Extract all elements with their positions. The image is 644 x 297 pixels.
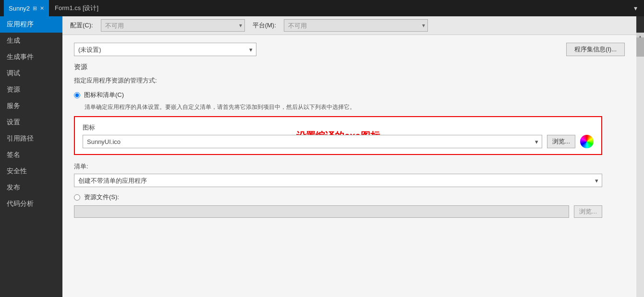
manifest-select-wrapper: 创建不带清单的应用程序 bbox=[74, 174, 602, 187]
scroll-thumb[interactable] bbox=[636, 37, 644, 57]
scrollbar-track: ▲ ▼ bbox=[636, 33, 644, 297]
doc-tab-label: Form1.cs [设计] bbox=[55, 4, 98, 12]
doc-tab[interactable]: Form1.cs [设计] bbox=[55, 4, 98, 12]
radio-icon-manifest-label[interactable]: 图标和清单(C) bbox=[84, 91, 124, 99]
close-icon[interactable]: ✕ bbox=[40, 5, 44, 12]
sidebar-item-anquanxing[interactable]: 安全性 bbox=[0, 163, 62, 179]
sidebar-item-fuwu[interactable]: 服务 bbox=[0, 98, 62, 114]
config-select-wrapper: 不可用 bbox=[101, 19, 245, 32]
sidebar-item-yingyongchengxu[interactable]: 应用程序 bbox=[0, 16, 62, 33]
sidebar-item-qianming[interactable]: 签名 bbox=[0, 147, 62, 163]
sidebar-item-shengcheng[interactable]: 生成 bbox=[0, 33, 62, 49]
icon-select-wrapper: SunnyUI.ico bbox=[83, 135, 542, 148]
radio-icon-manifest-row: 图标和清单(C) bbox=[74, 91, 625, 99]
sidebar-item-yinyonglujing[interactable]: 引用路径 bbox=[0, 131, 62, 147]
title-dropdown-arrow[interactable]: ▾ bbox=[631, 4, 640, 12]
startup-select[interactable]: (未设置) bbox=[74, 43, 256, 56]
assembly-info-button[interactable]: 程序集信息(I)... bbox=[566, 43, 625, 56]
title-bar: Sunny2 ⊞ ✕ Form1.cs [设计] ▾ bbox=[0, 0, 644, 16]
manifest-select[interactable]: 创建不带清单的应用程序 bbox=[74, 174, 602, 187]
sidebar-item-fabu[interactable]: 发布 bbox=[0, 179, 62, 196]
platform-select[interactable]: 不可用 bbox=[284, 19, 428, 32]
platform-label: 平台(M): bbox=[253, 21, 276, 30]
resource-file-input[interactable] bbox=[74, 205, 569, 218]
main-content: (未设置) 程序集信息(I)... 资源 指定应用程序资源的管理方式: 图标和清… bbox=[62, 35, 636, 297]
resources-section-title: 资源 bbox=[74, 63, 625, 71]
manifest-row: 创建不带清单的应用程序 bbox=[74, 174, 602, 187]
icon-field-row: SunnyUI.ico 浏览... bbox=[83, 135, 594, 148]
icon-field-label: 图标 bbox=[83, 124, 95, 131]
resource-browse-button[interactable]: 浏览... bbox=[574, 205, 602, 218]
resources-section-desc: 指定应用程序资源的管理方式: bbox=[74, 76, 625, 85]
startup-row: (未设置) 程序集信息(I)... bbox=[74, 43, 625, 56]
sidebar-item-ziyuan[interactable]: 资源 bbox=[0, 82, 62, 98]
active-tab[interactable]: Sunny2 ⊞ ✕ bbox=[4, 0, 49, 16]
resource-input-row: 浏览... bbox=[74, 205, 602, 218]
active-tab-label: Sunny2 bbox=[9, 5, 30, 12]
sidebar-item-shezhi[interactable]: 设置 bbox=[0, 114, 62, 131]
content-area: 配置(C): 不可用 平台(M): 不可用 (未设置) bbox=[62, 16, 636, 297]
radio-icon-manifest[interactable] bbox=[74, 92, 80, 98]
icon-browse-button[interactable]: 浏览... bbox=[547, 135, 575, 148]
startup-select-wrapper: (未设置) bbox=[74, 43, 256, 56]
radio-resource-row: 资源文件(S): bbox=[74, 193, 625, 202]
config-label: 配置(C): bbox=[70, 21, 93, 30]
radio-resource-file[interactable] bbox=[74, 194, 80, 201]
highlight-box: 设置编译的exe图标 图标 SunnyUI.ico 浏览... bbox=[74, 116, 602, 155]
manifest-field-label: 清单: bbox=[74, 163, 88, 170]
toolbar-row: 配置(C): 不可用 平台(M): 不可用 bbox=[62, 16, 636, 35]
sidebar: 应用程序 生成 生成事件 调试 资源 服务 设置 引用路径 签名 安全性 发布 bbox=[0, 16, 62, 297]
config-select[interactable]: 不可用 bbox=[101, 19, 245, 32]
radio-resource-label[interactable]: 资源文件(S): bbox=[84, 193, 119, 202]
sidebar-item-daima[interactable]: 代码分析 bbox=[0, 196, 62, 212]
color-wheel-icon[interactable] bbox=[580, 135, 594, 148]
icon-select[interactable]: SunnyUI.ico bbox=[83, 135, 542, 148]
main-layout: 应用程序 生成 生成事件 调试 资源 服务 设置 引用路径 签名 安全性 发布 bbox=[0, 16, 644, 297]
sidebar-item-tiaoshi[interactable]: 调试 bbox=[0, 65, 62, 82]
sidebar-item-shengchengsijian[interactable]: 生成事件 bbox=[0, 49, 62, 65]
radio-icon-desc: 清单确定应用程序的具体设置。要嵌入自定义清单，请首先将它添加到项目中，然后从以下… bbox=[85, 103, 625, 111]
platform-select-wrapper: 不可用 bbox=[284, 19, 428, 32]
pin-icon[interactable]: ⊞ bbox=[33, 5, 37, 12]
